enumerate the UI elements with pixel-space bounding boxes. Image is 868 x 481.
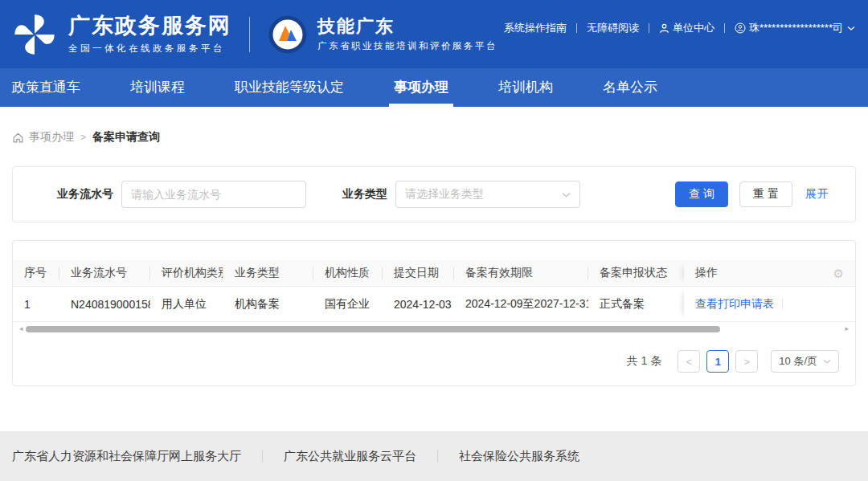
link-divider — [724, 23, 725, 33]
business-type-select[interactable]: 请选择业务类型 — [395, 181, 580, 208]
main-nav: 政策直通车 培训课程 职业技能等级认定 事项办理 培训机构 名单公示 — [0, 68, 868, 107]
breadcrumb-current: 备案申请查询 — [92, 130, 160, 145]
col-header-index: 序号 — [13, 260, 59, 286]
chevron-down-icon — [562, 188, 571, 201]
business-type-placeholder: 请选择业务类型 — [405, 187, 484, 202]
footer-divider — [262, 450, 263, 463]
page-1-button[interactable]: 1 — [706, 350, 729, 373]
cell-type: 机构备案 — [223, 287, 313, 321]
scroll-left-arrow-icon[interactable]: ◂ — [19, 325, 23, 332]
cell-submit-date: 2024-12-03 — [383, 287, 454, 321]
action-divider — [782, 299, 783, 309]
scrollbar-track[interactable] — [26, 325, 843, 333]
results-panel: 序号 业务流水号 评价机构类别 业务类型 机构性质 提交日期 备案有效期限 备案… — [12, 240, 856, 386]
site-title: 广东政务服务网 — [68, 14, 231, 39]
gov-brand: 广东政务服务网 全国一体化在线政务服务平台 — [12, 12, 231, 57]
content-spacer — [0, 386, 868, 431]
chevron-down-icon — [823, 358, 831, 365]
breadcrumb-separator: > — [80, 132, 86, 143]
breadcrumb-parent[interactable]: 事项办理 — [29, 130, 74, 145]
nav-item-skill-level-certification[interactable]: 职业技能等级认定 — [235, 68, 344, 107]
serial-number-input[interactable] — [121, 181, 306, 208]
col-header-category: 评价机构类别 — [150, 260, 223, 286]
cell-validity: 2024-12-09至2027-12-31 — [454, 287, 588, 321]
next-page-button[interactable]: > — [735, 350, 758, 373]
col-header-serial: 业务流水号 — [59, 260, 150, 286]
skills-guangdong-emblem-icon — [268, 14, 308, 55]
header-links: 系统操作指南 无障碍阅读 单位中心 珠**************** — [504, 21, 855, 35]
nav-item-training-courses[interactable]: 培训课程 — [130, 68, 185, 107]
prev-page-button[interactable]: < — [678, 350, 700, 373]
reset-button[interactable]: 重置 — [739, 181, 792, 207]
account-name: 珠******************司 — [749, 21, 843, 35]
site-footer: 广东省人力资源和社会保障厅网上服务大厅 广东公共就业服务云平台 社会保险公共服务… — [0, 431, 868, 481]
search-actions: 查询 重置 展开 — [675, 181, 829, 207]
nav-item-training-institutions[interactable]: 培训机构 — [498, 68, 553, 107]
site-header: 广东政务服务网 全国一体化在线政务服务平台 技能广东 广东省职业技能培训和评价服… — [0, 0, 868, 68]
cell-status: 正式备案 — [588, 287, 684, 321]
accessibility-link[interactable]: 无障碍阅读 — [587, 21, 639, 35]
table-row: 1 N240819000158 用人单位 机构备案 国有企业 2024-12-0… — [13, 287, 855, 322]
table-header-row: 序号 业务流水号 评价机构类别 业务类型 机构性质 提交日期 备案有效期限 备案… — [13, 260, 855, 287]
brand-divider — [249, 17, 250, 52]
account-avatar-icon — [735, 22, 746, 34]
col-header-type: 业务类型 — [223, 260, 313, 286]
footer-link-public-employment-cloud[interactable]: 广东公共就业服务云平台 — [284, 449, 416, 464]
nav-item-policy-express[interactable]: 政策直通车 — [12, 68, 80, 107]
person-icon — [659, 23, 669, 34]
serial-number-label: 业务流水号 — [57, 187, 113, 202]
chevron-down-icon — [847, 25, 855, 31]
platform-subtitle: 广东省职业技能培训和评价服务平台 — [317, 40, 497, 52]
home-icon[interactable] — [12, 132, 24, 144]
cell-category: 用人单位 — [150, 287, 223, 321]
col-header-status: 备案申报状态 — [588, 260, 684, 286]
cell-nature: 国有企业 — [313, 287, 383, 321]
col-header-action: 操作 ⚙ — [684, 260, 855, 286]
site-subtitle: 全国一体化在线政务服务平台 — [68, 43, 231, 55]
gov-pinwheel-logo-icon — [12, 12, 57, 57]
results-table: 序号 业务流水号 评价机构类别 业务类型 机构性质 提交日期 备案有效期限 备案… — [13, 260, 855, 322]
unit-center-link[interactable]: 单位中心 — [659, 21, 714, 35]
platform-title: 技能广东 — [317, 16, 497, 37]
platform-brand: 技能广东 广东省职业技能培训和评价服务平台 — [268, 14, 497, 55]
total-count-label: 共 1 条 — [627, 354, 662, 369]
nav-item-matter-handling[interactable]: 事项办理 — [394, 68, 448, 107]
scrollbar-thumb[interactable] — [26, 326, 720, 332]
action-header-label: 操作 — [695, 266, 718, 280]
col-header-validity: 备案有效期限 — [454, 260, 588, 286]
expand-link[interactable]: 展开 — [805, 187, 829, 202]
view-print-application-link[interactable]: 查看打印申请表 — [695, 297, 774, 312]
account-dropdown[interactable]: 珠******************司 — [735, 21, 855, 35]
unit-center-label: 单位中心 — [673, 21, 714, 35]
link-divider — [576, 23, 577, 33]
cell-action: 查看打印申请表 — [684, 287, 855, 321]
footer-divider — [437, 450, 438, 463]
breadcrumb: 事项办理 > 备案申请查询 — [12, 130, 856, 145]
link-divider — [649, 23, 649, 33]
nav-item-public-list[interactable]: 名单公示 — [603, 68, 657, 107]
column-settings-gear-icon[interactable]: ⚙ — [833, 267, 844, 279]
cell-serial: N240819000158 — [59, 287, 150, 321]
footer-link-hr-social-security-hall[interactable]: 广东省人力资源和社会保障厅网上服务大厅 — [12, 449, 241, 464]
scroll-right-arrow-icon[interactable]: ▸ — [845, 325, 849, 332]
cell-index: 1 — [13, 287, 59, 321]
footer-link-social-insurance-service[interactable]: 社会保险公共服务系统 — [459, 449, 579, 464]
pagination: 共 1 条 < 1 > 10 条/页 — [13, 350, 855, 373]
col-header-nature: 机构性质 — [313, 260, 383, 286]
page-size-value: 10 条/页 — [779, 354, 817, 369]
system-guide-link[interactable]: 系统操作指南 — [504, 21, 567, 35]
page-size-select[interactable]: 10 条/页 — [771, 350, 839, 373]
horizontal-scrollbar: ◂ ▸ — [19, 324, 849, 334]
query-button[interactable]: 查询 — [675, 181, 728, 207]
col-header-submit-date: 提交日期 — [383, 260, 454, 286]
search-panel: 业务流水号 业务类型 请选择业务类型 查询 重置 展开 — [12, 166, 856, 222]
business-type-label: 业务类型 — [342, 187, 387, 202]
